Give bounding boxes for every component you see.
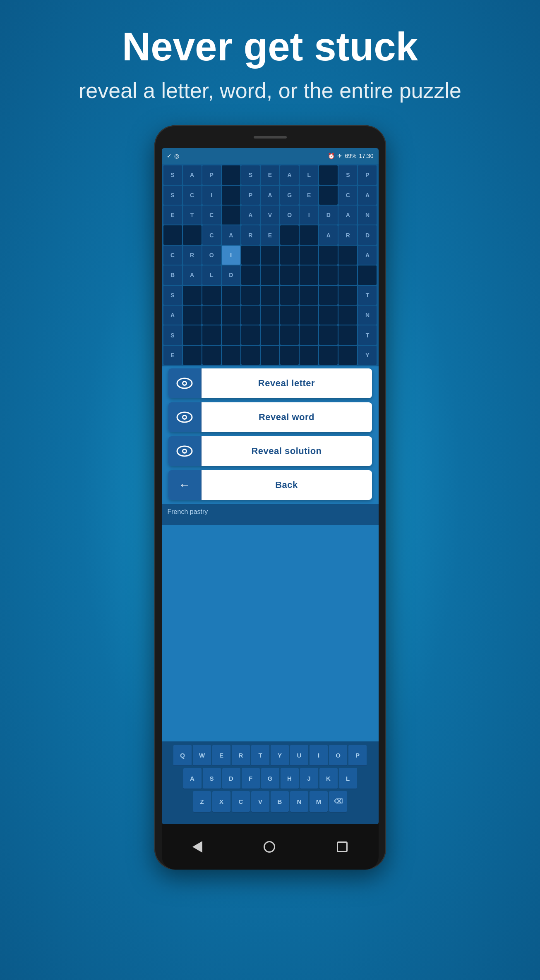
phone-wrapper: ✓ ◎ ⏰ ✈ 69% 17:30 S A P S bbox=[154, 125, 386, 870]
cell[interactable]: R bbox=[183, 246, 202, 265]
cell[interactable]: R bbox=[241, 225, 260, 244]
cell[interactable]: A bbox=[319, 225, 338, 244]
key-z[interactable]: Z bbox=[193, 791, 211, 813]
key-b[interactable]: B bbox=[271, 791, 289, 813]
status-bar: ✓ ◎ ⏰ ✈ 69% 17:30 bbox=[162, 148, 379, 164]
cell[interactable]: C bbox=[202, 225, 221, 244]
cell[interactable]: I bbox=[300, 206, 318, 225]
cell[interactable]: A bbox=[222, 225, 240, 244]
key-y[interactable]: Y bbox=[271, 745, 289, 766]
cell bbox=[222, 286, 240, 305]
cell[interactable]: A bbox=[261, 186, 279, 205]
cell[interactable]: L bbox=[300, 165, 318, 184]
cell[interactable]: O bbox=[202, 246, 221, 265]
cell[interactable]: N bbox=[358, 306, 377, 325]
cell[interactable]: A bbox=[183, 265, 202, 284]
cell[interactable]: B bbox=[163, 265, 182, 284]
reveal-letter-label: Reveal letter bbox=[202, 368, 372, 398]
cell[interactable]: C bbox=[163, 246, 182, 265]
key-backspace[interactable]: ⌫ bbox=[329, 791, 347, 813]
cell[interactable]: A bbox=[280, 165, 299, 184]
key-w[interactable]: W bbox=[193, 745, 211, 766]
cell[interactable]: E bbox=[261, 165, 279, 184]
cell[interactable]: T bbox=[183, 206, 202, 225]
cell[interactable]: E bbox=[300, 186, 318, 205]
cell[interactable]: A bbox=[358, 246, 377, 265]
key-e[interactable]: E bbox=[212, 745, 230, 766]
cell[interactable]: O bbox=[280, 206, 299, 225]
cell[interactable]: C bbox=[183, 186, 202, 205]
cell[interactable]: S bbox=[163, 325, 182, 344]
key-d[interactable]: D bbox=[222, 768, 240, 789]
key-g[interactable]: G bbox=[261, 768, 279, 789]
cell[interactable]: A bbox=[338, 206, 357, 225]
key-v[interactable]: V bbox=[251, 791, 269, 813]
cell[interactable]: A bbox=[183, 165, 202, 184]
status-left: ✓ ◎ bbox=[167, 153, 179, 159]
phone-screen: ✓ ◎ ⏰ ✈ 69% 17:30 S A P S bbox=[162, 148, 379, 824]
cell[interactable]: V bbox=[261, 206, 279, 225]
cell[interactable]: Y bbox=[358, 346, 377, 365]
key-u[interactable]: U bbox=[290, 745, 308, 766]
key-c[interactable]: C bbox=[232, 791, 250, 813]
key-x[interactable]: X bbox=[212, 791, 230, 813]
cell[interactable]: E bbox=[261, 225, 279, 244]
cell[interactable]: S bbox=[338, 165, 357, 184]
cell[interactable]: I bbox=[202, 186, 221, 205]
back-button[interactable]: ← Back bbox=[168, 470, 372, 500]
cell[interactable]: L bbox=[202, 265, 221, 284]
key-h[interactable]: H bbox=[281, 768, 299, 789]
cell[interactable]: D bbox=[319, 206, 338, 225]
cell[interactable]: P bbox=[241, 186, 260, 205]
key-n[interactable]: N bbox=[290, 791, 308, 813]
cell[interactable]: N bbox=[358, 206, 377, 225]
cell[interactable]: D bbox=[358, 225, 377, 244]
reveal-word-button[interactable]: Reveal word bbox=[168, 402, 372, 432]
key-q[interactable]: Q bbox=[173, 745, 192, 766]
cell[interactable]: E bbox=[163, 206, 182, 225]
cell[interactable]: S bbox=[163, 186, 182, 205]
key-j[interactable]: J bbox=[300, 768, 318, 789]
key-l[interactable]: L bbox=[339, 768, 357, 789]
status-right: ⏰ ✈ 69% 17:30 bbox=[328, 153, 373, 159]
key-s[interactable]: S bbox=[203, 768, 221, 789]
cell[interactable]: S bbox=[163, 286, 182, 305]
cell bbox=[202, 346, 221, 365]
cell bbox=[300, 286, 318, 305]
nav-home-button[interactable] bbox=[264, 841, 275, 853]
reveal-solution-button[interactable]: Reveal solution bbox=[168, 436, 372, 466]
key-p[interactable]: P bbox=[348, 745, 367, 766]
cell[interactable]: T bbox=[358, 325, 377, 344]
cell[interactable]: S bbox=[163, 165, 182, 184]
nav-back-button[interactable] bbox=[192, 841, 202, 853]
cell[interactable]: A bbox=[358, 186, 377, 205]
cell[interactable]: A bbox=[241, 206, 260, 225]
cell[interactable]: P bbox=[202, 165, 221, 184]
key-m[interactable]: M bbox=[310, 791, 328, 813]
cell bbox=[222, 186, 240, 205]
cell[interactable]: S bbox=[241, 165, 260, 184]
key-f[interactable]: F bbox=[242, 768, 260, 789]
key-i[interactable]: I bbox=[310, 745, 328, 766]
cell[interactable]: I bbox=[222, 246, 240, 265]
cell bbox=[338, 246, 357, 265]
subtitle: reveal a letter, word, or the entire puz… bbox=[79, 77, 461, 105]
cell[interactable]: E bbox=[163, 346, 182, 365]
cell[interactable]: T bbox=[358, 286, 377, 305]
cell[interactable]: D bbox=[222, 265, 240, 284]
nav-recent-button[interactable] bbox=[337, 841, 348, 852]
cell[interactable]: C bbox=[202, 206, 221, 225]
eye-svg-word bbox=[176, 411, 193, 423]
key-a[interactable]: A bbox=[183, 768, 202, 789]
key-r[interactable]: R bbox=[232, 745, 250, 766]
main-title: Never get stuck bbox=[79, 25, 461, 69]
key-o[interactable]: O bbox=[329, 745, 347, 766]
cell[interactable]: R bbox=[338, 225, 357, 244]
cell[interactable]: P bbox=[358, 165, 377, 184]
cell[interactable]: C bbox=[338, 186, 357, 205]
cell[interactable]: G bbox=[280, 186, 299, 205]
key-t[interactable]: T bbox=[251, 745, 269, 766]
cell[interactable]: A bbox=[163, 306, 182, 325]
reveal-letter-button[interactable]: Reveal letter bbox=[168, 368, 372, 398]
key-k[interactable]: K bbox=[319, 768, 338, 789]
